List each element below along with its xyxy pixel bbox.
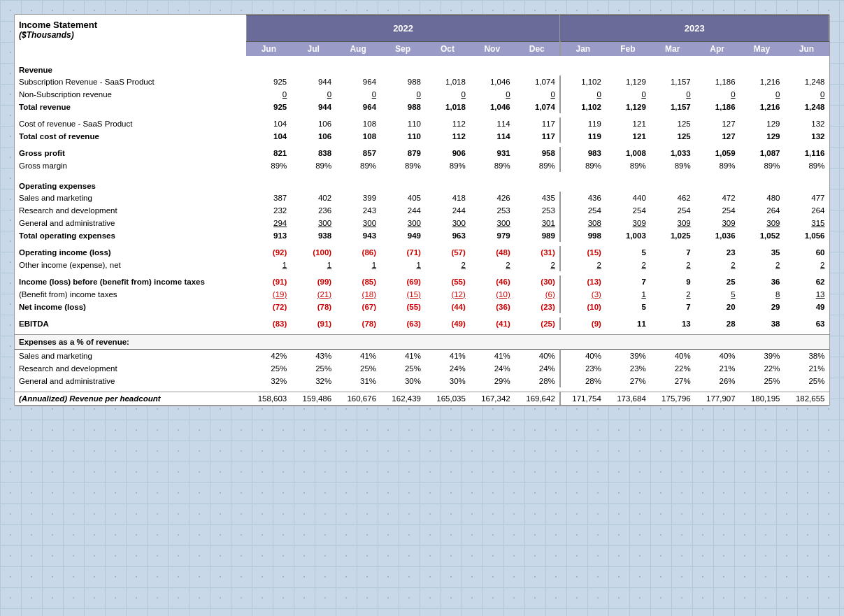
month-aug-2022: Aug xyxy=(336,42,380,57)
revenue-per-headcount-value: 177,907 xyxy=(695,392,740,406)
cell-value: 472 xyxy=(695,192,740,204)
cell-value: 387 xyxy=(246,192,291,204)
cell-value: 1,102 xyxy=(560,76,606,88)
cell-value: 89% xyxy=(336,159,380,172)
cell-value: 114 xyxy=(470,117,515,130)
cell-value: 998 xyxy=(560,229,606,242)
cell-value: 244 xyxy=(425,204,470,217)
cell-value: 127 xyxy=(695,117,740,130)
cell-value: 89% xyxy=(246,159,291,172)
cell-value: 108 xyxy=(336,130,380,143)
cell-value: 2 xyxy=(470,259,515,271)
cell-value: 1,033 xyxy=(650,147,695,159)
cell-value: 1,008 xyxy=(606,147,650,159)
cell-value: 89% xyxy=(784,159,829,172)
expenses-pct-label: Expenses as a % of revenue: xyxy=(15,335,829,350)
cell-value: (86) xyxy=(336,246,380,259)
cell-value: (25) xyxy=(515,317,560,330)
cell-value: 480 xyxy=(740,192,785,204)
revenue-per-headcount-value: 159,486 xyxy=(291,392,336,406)
cell-value: 1,074 xyxy=(515,101,560,113)
cell-value: 62 xyxy=(784,275,829,288)
cell-value: 294 xyxy=(246,217,291,229)
cell-value: (55) xyxy=(425,275,470,288)
cell-value: 1,074 xyxy=(515,76,560,88)
cell-value: 1 xyxy=(291,259,336,271)
cell-value: 300 xyxy=(470,217,515,229)
cell-value: 405 xyxy=(380,192,425,204)
cell-value: 232 xyxy=(246,204,291,217)
row-label: Non-Subscription revenue xyxy=(15,88,246,101)
month-may-2023: May xyxy=(740,42,785,57)
cell-value: 9 xyxy=(650,275,695,288)
cell-value: 110 xyxy=(380,117,425,130)
cell-value: 949 xyxy=(380,229,425,242)
row-label: Operating income (loss) xyxy=(15,246,246,259)
cell-value: 41% xyxy=(425,350,470,363)
cell-value: 21% xyxy=(784,362,829,375)
cell-value: 0 xyxy=(425,88,470,101)
row-label: Gross margin xyxy=(15,159,246,172)
cell-value: 23 xyxy=(695,246,740,259)
cell-value: 23% xyxy=(560,362,606,375)
cell-value: 0 xyxy=(606,88,650,101)
cell-value: 40% xyxy=(560,350,606,363)
cell-value: 40% xyxy=(650,350,695,363)
cell-value: 236 xyxy=(291,204,336,217)
cell-value: 0 xyxy=(515,88,560,101)
revenue-per-headcount-value: 173,684 xyxy=(606,392,650,406)
cell-value: (78) xyxy=(336,317,380,330)
cell-value: 89% xyxy=(425,159,470,172)
cell-value: (15) xyxy=(560,246,606,259)
cell-value: 13 xyxy=(784,288,829,301)
cell-value: (78) xyxy=(291,301,336,313)
cell-value: 32% xyxy=(246,375,291,387)
cell-value: 129 xyxy=(740,130,785,143)
cell-value: 426 xyxy=(470,192,515,204)
row-label: Cost of revenue - SaaS Product xyxy=(15,117,246,130)
cell-value: 2 xyxy=(650,288,695,301)
cell-value: 13 xyxy=(650,317,695,330)
empty-header xyxy=(15,42,246,57)
cell-value: 22% xyxy=(740,362,785,375)
cell-value: 254 xyxy=(650,204,695,217)
revenue-per-headcount-value: 169,642 xyxy=(515,392,560,406)
cell-value: 89% xyxy=(650,159,695,172)
month-mar-2023: Mar xyxy=(650,42,695,57)
cell-value: 7 xyxy=(606,275,650,288)
cell-value: 42% xyxy=(246,350,291,363)
cell-value: 89% xyxy=(560,159,606,172)
cell-value: 21% xyxy=(695,362,740,375)
cell-value: 938 xyxy=(291,229,336,242)
cell-value: 25 xyxy=(695,275,740,288)
cell-value: 0 xyxy=(740,88,785,101)
cell-value: (31) xyxy=(515,246,560,259)
cell-value: 838 xyxy=(291,147,336,159)
cell-value: 944 xyxy=(291,76,336,88)
cell-value: 309 xyxy=(650,217,695,229)
cell-value: (100) xyxy=(291,246,336,259)
cell-value: 38 xyxy=(740,317,785,330)
cell-value: (10) xyxy=(560,301,606,313)
cell-value: 27% xyxy=(606,375,650,387)
cell-value: 0 xyxy=(560,88,606,101)
cell-value: 31% xyxy=(336,375,380,387)
cell-value: (10) xyxy=(470,288,515,301)
cell-value: 104 xyxy=(246,117,291,130)
cell-value: 1,116 xyxy=(784,147,829,159)
cell-value: 1,157 xyxy=(650,101,695,113)
cell-value: 28% xyxy=(560,375,606,387)
cell-value: 2 xyxy=(650,259,695,271)
row-label: Subscription Revenue - SaaS Product xyxy=(15,76,246,88)
section-label: Operating expenses xyxy=(15,176,829,192)
cell-value: 104 xyxy=(246,130,291,143)
cell-value: (92) xyxy=(246,246,291,259)
cell-value: (48) xyxy=(470,246,515,259)
cell-value: (30) xyxy=(515,275,560,288)
cell-value: 63 xyxy=(784,317,829,330)
cell-value: 29 xyxy=(740,301,785,313)
cell-value: 1,216 xyxy=(740,76,785,88)
row-label: Research and development xyxy=(15,362,246,375)
row-label: (Benefit from) income taxes xyxy=(15,288,246,301)
cell-value: 8 xyxy=(740,288,785,301)
